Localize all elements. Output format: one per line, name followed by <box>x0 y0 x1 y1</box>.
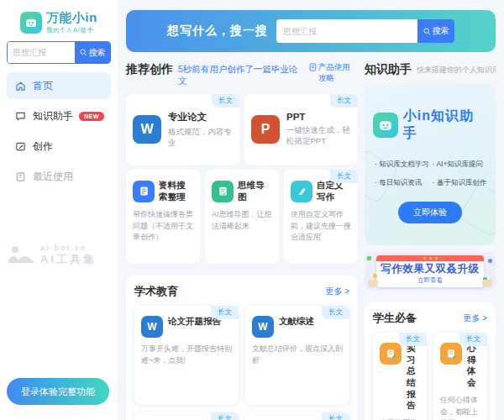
knowledge-assistant-card[interactable]: 小in知识助手 · 知识库文档学习 · AI+知识库提问 · 每日知识资讯 · … <box>365 84 496 245</box>
edit-icon <box>15 141 26 152</box>
card-title: 专业论文 <box>168 111 233 123</box>
sidebar-item-home[interactable]: 首页 <box>7 72 111 99</box>
try-now-button[interactable]: 立即体验 <box>398 202 462 223</box>
app-card-reflections[interactable]: 长文 心得体会 任何心得体会，都能上价值! <box>433 333 487 420</box>
card-title: 思维导图 <box>238 180 272 202</box>
chat-icon <box>15 111 26 122</box>
more-link[interactable]: 更多 > <box>325 286 349 297</box>
search-icon <box>423 28 431 35</box>
watermark-domain: ai-bot.cn <box>40 244 97 252</box>
card-desc: 使用自定义写作前，建议先搜一搜合适应用 <box>291 209 351 244</box>
pen-icon <box>291 181 312 202</box>
more-link[interactable]: 更多 > <box>463 312 487 324</box>
long-text-badge: 长文 <box>330 170 358 183</box>
login-button[interactable]: 登录体验完整功能 <box>7 378 109 405</box>
promo-cta: 立即查看 <box>376 276 484 287</box>
card-desc: 格式规范，内容专业 <box>168 127 233 149</box>
sidebar-search-input[interactable] <box>8 42 75 63</box>
card-desc: AI思维导图，让想法清晰起来 <box>212 209 272 232</box>
promo-banner[interactable]: 写作效果又双叒升级 立即查看 <box>365 252 496 291</box>
robot-logo-icon <box>20 12 42 34</box>
app-card-internship-report[interactable]: 长文 实习总结报告 实习的同学点这里，几分钟让你的实习总结报告内容满满 <box>373 333 427 420</box>
card-desc: 帮你快速搞懂各类问题（不适用于文章创作） <box>133 209 193 244</box>
promo-title: 写作效果又双叒升级 <box>376 261 484 276</box>
watermark: ai-bot.cn AI工具集 <box>7 244 111 267</box>
card-title: 资料搜索整理 <box>159 180 193 202</box>
sidebar-item-recent[interactable]: 最近使用 <box>7 163 111 190</box>
app-title: 万能小in <box>46 10 97 26</box>
app-card-thesis[interactable]: 长文 W 专业论文格式规范，内容专业 <box>126 94 239 165</box>
card-title: PPT <box>286 112 351 122</box>
knowledge-card-title: 小in知识助手 <box>403 108 487 143</box>
card-desc: 一键快速生成，轻松搞定PPT <box>286 125 351 147</box>
hero-banner: 想写什么，搜一搜 搜索 <box>126 10 496 52</box>
robot-logo-icon <box>373 113 398 138</box>
promo-top-bar <box>376 255 484 261</box>
ppt-icon: P <box>251 115 280 144</box>
hero-search-button[interactable]: 搜索 <box>417 19 454 43</box>
app-subtitle: 我的个人AI助手 <box>46 26 97 34</box>
search-icon <box>80 49 87 56</box>
new-badge: NEW <box>79 112 104 121</box>
document-clock-icon <box>15 171 26 182</box>
sidebar-menu: 首页 知识助手 NEW 创作 最近使用 <box>7 72 111 190</box>
sidebar-item-knowledge[interactable]: 知识助手 NEW <box>7 102 111 129</box>
sidebar-item-create[interactable]: 创作 <box>7 133 111 160</box>
sidebar-item-label: 知识助手 <box>33 109 73 123</box>
product-guide-link[interactable]: 产品使用攻略 <box>309 62 358 84</box>
long-text-badge: 长文 <box>330 94 358 108</box>
section-title: 学生必备 <box>373 311 417 326</box>
sidebar-search-button[interactable]: 搜索 <box>75 42 110 63</box>
recommend-ticker: 5秒前有用户创作了一篇毕业论文 <box>178 64 304 87</box>
hero-search-input[interactable] <box>276 19 417 43</box>
recommend-column: 推荐创作 5秒前有用户创作了一篇毕业论文 产品使用攻略 长文 W 专业论文格式规… <box>126 59 358 420</box>
word-icon: W <box>252 316 274 338</box>
app-card-proposal[interactable]: 长文 W 论文开题报告 万事开头难，开题报告特别难~来，点我! <box>134 306 239 405</box>
app-card-mindmap[interactable]: 思维导图 AI思维导图，让想法清晰起来 <box>205 170 279 264</box>
knowledge-column: 知识助手 快来搭建你的个人知识库~ 小in知识助手 · 知识库文档学习 · AI… <box>365 59 496 420</box>
sidebar-item-label: 最近使用 <box>33 170 73 184</box>
knowledge-feature: · 基于知识库创作 <box>433 178 487 188</box>
app-card-literature-review[interactable]: 长文 W 文献综述 文献总结评价，观点深入剖析 <box>245 306 349 405</box>
card-title: 实习总结报告 <box>407 343 420 412</box>
card-title: 心得体会 <box>467 343 480 389</box>
watermark-name: AI工具集 <box>40 252 97 267</box>
word-icon: W <box>133 115 161 144</box>
home-icon <box>15 81 26 92</box>
app-card-research[interactable]: 资料搜索整理 帮你快速搞懂各类问题（不适用于文章创作） <box>126 170 200 264</box>
sidebar-search: 搜索 <box>7 41 111 64</box>
notes-leaf-icon <box>440 343 462 365</box>
hero-search: 搜索 <box>276 19 454 43</box>
long-text-badge: 长文 <box>322 412 349 420</box>
word-icon: W <box>141 316 163 338</box>
mountain-logo-icon <box>7 244 35 266</box>
section-title: 学术教育 <box>134 284 178 299</box>
mindmap-icon <box>212 181 234 202</box>
app-card-custom-writing[interactable]: 长文 自定义写作 使用自定义写作前，建议先搜一搜合适应用 <box>284 170 358 264</box>
long-text-badge: 长文 <box>211 412 239 420</box>
long-text-badge: 长文 <box>459 333 487 346</box>
app-card-partial[interactable]: 长文 <box>245 412 349 420</box>
hero-prompt: 想写什么，搜一搜 <box>167 24 268 39</box>
card-title: 自定义写作 <box>317 180 351 202</box>
section-students: 学生必备 更多 > 长文 实习总结报告 实习的同学点这里，几分钟让你的实习总结报… <box>365 302 496 420</box>
card-desc: 万事开头难，开题报告特别难~来，点我! <box>141 344 232 367</box>
long-text-badge: 长文 <box>212 94 239 108</box>
long-text-badge: 长文 <box>211 306 239 319</box>
knowledge-feature: · 每日知识资讯 <box>375 178 429 188</box>
sidebar-item-label: 首页 <box>33 79 53 93</box>
card-title: 文献综述 <box>279 316 314 328</box>
doc-search-icon <box>133 181 155 202</box>
app-card-partial[interactable]: 长文 <box>134 412 239 420</box>
card-desc: 任何心得体会，都能上价值! <box>440 395 480 420</box>
long-text-badge: 长文 <box>322 306 349 319</box>
app-card-ppt[interactable]: 长文 P PPT一键快速生成，轻松搞定PPT <box>244 94 358 165</box>
hand-icon <box>482 280 492 287</box>
knowledge-title: 知识助手 <box>365 62 412 77</box>
section-academic: 学术教育 更多 > 长文 W 论文开题报告 万事开头难，开题报告特别难~来，点我… <box>126 276 358 420</box>
report-pen-icon <box>380 343 402 365</box>
app-logo: 万能小in 我的个人AI助手 <box>7 7 111 41</box>
sidebar: 万能小in 我的个人AI助手 搜索 首页 知识助手 NEW 创作 最近使用 <box>0 0 118 420</box>
knowledge-feature: · 知识库文档学习 <box>375 160 429 170</box>
recommend-title: 推荐创作 <box>126 62 173 77</box>
